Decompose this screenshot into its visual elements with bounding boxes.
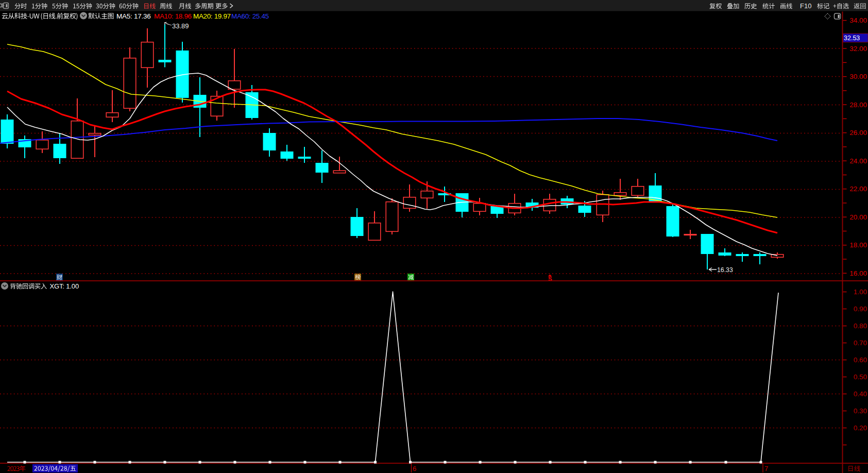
svg-text:33.89: 33.89 <box>172 22 189 30</box>
svg-text:16.00: 16.00 <box>849 269 867 277</box>
svg-text:0.60: 0.60 <box>854 356 867 364</box>
svg-text:32.00: 32.00 <box>849 45 867 53</box>
svg-text:F10: F10 <box>800 2 811 10</box>
svg-text:0.80: 0.80 <box>854 322 867 330</box>
svg-text:34.00: 34.00 <box>849 16 867 24</box>
svg-text:0.30: 0.30 <box>854 407 867 415</box>
svg-text:28.00: 28.00 <box>849 101 867 109</box>
svg-text:6: 6 <box>413 465 416 472</box>
svg-text:0.40: 0.40 <box>854 390 867 398</box>
svg-text:0.70: 0.70 <box>854 339 867 347</box>
svg-text:24.00: 24.00 <box>849 157 867 165</box>
svg-text:XGT: 1.00: XGT: 1.00 <box>50 282 79 290</box>
svg-text:18.00: 18.00 <box>849 241 867 249</box>
svg-text:26.00: 26.00 <box>849 129 867 137</box>
svg-text:7: 7 <box>764 465 768 472</box>
svg-text:20.00: 20.00 <box>849 213 867 221</box>
svg-text:22.00: 22.00 <box>849 185 867 193</box>
svg-text:MA10: 18.96: MA10: 18.96 <box>154 12 192 20</box>
svg-text:30.00: 30.00 <box>849 73 867 80</box>
svg-text:0.90: 0.90 <box>854 305 867 313</box>
svg-text:0.20: 0.20 <box>854 424 867 432</box>
svg-text:MA20: 19.97: MA20: 19.97 <box>193 12 231 20</box>
svg-text:32.53: 32.53 <box>844 35 860 42</box>
svg-text:0.50: 0.50 <box>854 373 867 381</box>
svg-text:MA5: 17.36: MA5: 17.36 <box>116 12 151 20</box>
svg-text:MA60: 25.45: MA60: 25.45 <box>231 12 269 20</box>
svg-text:16.33: 16.33 <box>717 266 733 274</box>
svg-text:1.00: 1.00 <box>854 288 867 296</box>
